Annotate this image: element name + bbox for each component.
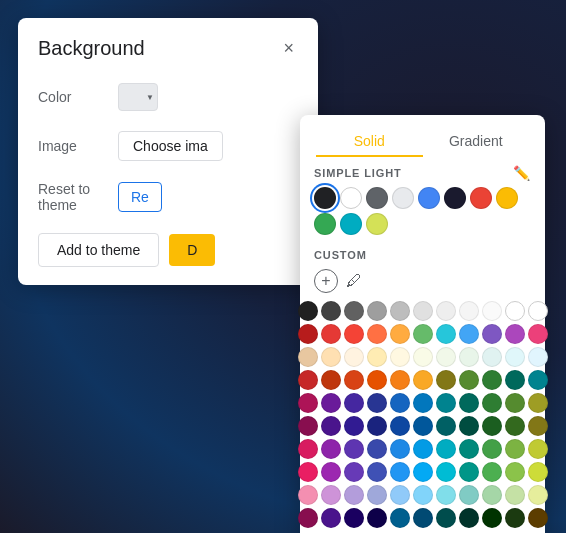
color-cell[interactable] — [413, 416, 433, 436]
color-cell[interactable] — [528, 370, 548, 390]
color-cell[interactable] — [505, 416, 525, 436]
color-cell[interactable] — [528, 439, 548, 459]
color-cell[interactable] — [528, 462, 548, 482]
color-cell[interactable] — [321, 324, 341, 344]
color-cell[interactable] — [298, 508, 318, 528]
color-cell[interactable] — [298, 462, 318, 482]
eyedropper-button[interactable]: 🖊 — [346, 272, 362, 290]
color-cell[interactable] — [321, 393, 341, 413]
color-cell[interactable] — [505, 393, 525, 413]
color-cell[interactable] — [390, 416, 410, 436]
color-cell[interactable] — [298, 370, 318, 390]
color-cell[interactable] — [413, 370, 433, 390]
color-cell[interactable] — [413, 393, 433, 413]
color-cell[interactable] — [505, 485, 525, 505]
color-cell[interactable] — [436, 393, 456, 413]
color-cell[interactable] — [321, 508, 341, 528]
color-cell[interactable] — [459, 301, 479, 321]
color-cell[interactable] — [344, 508, 364, 528]
simple-color-4[interactable] — [418, 187, 440, 209]
color-cell[interactable] — [344, 439, 364, 459]
color-cell[interactable] — [482, 439, 502, 459]
color-cell[interactable] — [321, 370, 341, 390]
color-cell[interactable] — [367, 301, 387, 321]
color-cell[interactable] — [344, 301, 364, 321]
color-cell[interactable] — [413, 508, 433, 528]
color-cell[interactable] — [505, 347, 525, 367]
color-cell[interactable] — [344, 347, 364, 367]
color-cell[interactable] — [505, 439, 525, 459]
simple-color-2[interactable] — [366, 187, 388, 209]
color-cell[interactable] — [436, 485, 456, 505]
simple-color-3[interactable] — [392, 187, 414, 209]
color-cell[interactable] — [321, 462, 341, 482]
color-cell[interactable] — [436, 301, 456, 321]
color-cell[interactable] — [367, 324, 387, 344]
color-cell[interactable] — [459, 370, 479, 390]
color-cell[interactable] — [344, 370, 364, 390]
color-cell[interactable] — [528, 324, 548, 344]
color-cell[interactable] — [390, 347, 410, 367]
color-cell[interactable] — [459, 485, 479, 505]
color-cell[interactable] — [459, 324, 479, 344]
color-cell[interactable] — [298, 347, 318, 367]
color-cell[interactable] — [459, 462, 479, 482]
color-cell[interactable] — [482, 347, 502, 367]
color-cell[interactable] — [482, 324, 502, 344]
color-cell[interactable] — [528, 301, 548, 321]
color-cell[interactable] — [367, 416, 387, 436]
simple-color-5[interactable] — [444, 187, 466, 209]
color-cell[interactable] — [413, 324, 433, 344]
simple-color-10[interactable] — [366, 213, 388, 235]
color-cell[interactable] — [321, 416, 341, 436]
color-cell[interactable] — [344, 416, 364, 436]
color-cell[interactable] — [436, 416, 456, 436]
color-cell[interactable] — [413, 462, 433, 482]
color-cell[interactable] — [390, 324, 410, 344]
color-cell[interactable] — [505, 324, 525, 344]
color-cell[interactable] — [298, 393, 318, 413]
color-cell[interactable] — [298, 324, 318, 344]
color-cell[interactable] — [413, 347, 433, 367]
color-cell[interactable] — [436, 508, 456, 528]
color-cell[interactable] — [390, 439, 410, 459]
color-cell[interactable] — [298, 416, 318, 436]
color-cell[interactable] — [321, 439, 341, 459]
color-cell[interactable] — [459, 347, 479, 367]
reset-button[interactable]: Re — [118, 182, 162, 212]
color-cell[interactable] — [344, 324, 364, 344]
color-cell[interactable] — [298, 301, 318, 321]
tab-gradient[interactable]: Gradient — [423, 125, 530, 157]
color-cell[interactable] — [321, 347, 341, 367]
color-cell[interactable] — [436, 462, 456, 482]
color-cell[interactable] — [459, 439, 479, 459]
color-cell[interactable] — [367, 393, 387, 413]
color-cell[interactable] — [482, 485, 502, 505]
color-cell[interactable] — [367, 508, 387, 528]
done-button[interactable]: D — [169, 234, 215, 266]
simple-color-1[interactable] — [340, 187, 362, 209]
color-cell[interactable] — [459, 508, 479, 528]
color-cell[interactable] — [482, 416, 502, 436]
close-button[interactable]: × — [279, 36, 298, 61]
tab-solid[interactable]: Solid — [316, 125, 423, 157]
simple-color-9[interactable] — [340, 213, 362, 235]
color-cell[interactable] — [528, 393, 548, 413]
color-cell[interactable] — [390, 462, 410, 482]
color-cell[interactable] — [321, 485, 341, 505]
color-cell[interactable] — [367, 439, 387, 459]
edit-icon[interactable]: ✏️ — [513, 165, 531, 181]
choose-image-button[interactable]: Choose ima — [118, 131, 223, 161]
color-cell[interactable] — [482, 301, 502, 321]
simple-color-7[interactable] — [496, 187, 518, 209]
color-cell[interactable] — [390, 508, 410, 528]
simple-color-0[interactable] — [314, 187, 336, 209]
color-cell[interactable] — [505, 462, 525, 482]
color-cell[interactable] — [482, 508, 502, 528]
color-cell[interactable] — [298, 439, 318, 459]
simple-color-8[interactable] — [314, 213, 336, 235]
color-cell[interactable] — [459, 416, 479, 436]
color-cell[interactable] — [505, 301, 525, 321]
color-cell[interactable] — [482, 370, 502, 390]
add-custom-color-button[interactable]: + — [314, 269, 338, 293]
